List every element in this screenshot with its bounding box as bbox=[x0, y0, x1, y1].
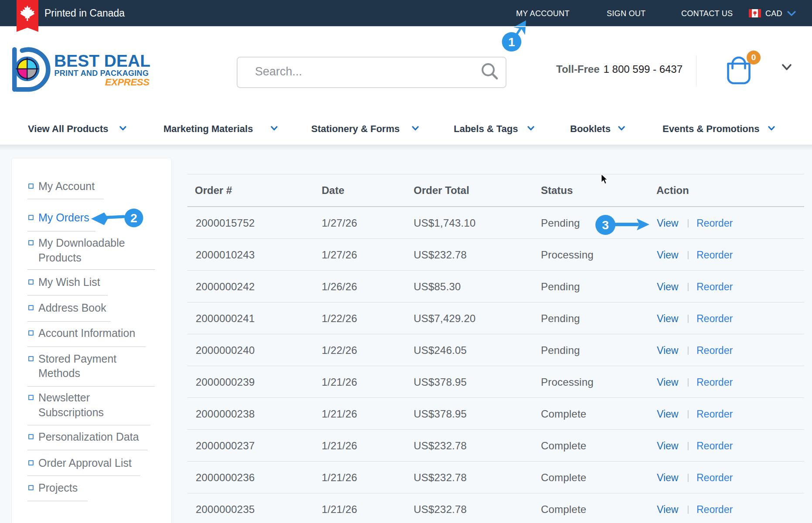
svg-text:PRINT AND PACKAGING: PRINT AND PACKAGING bbox=[54, 69, 149, 78]
svg-text:BEST DEAL: BEST DEAL bbox=[54, 51, 150, 70]
svg-text:EXPRESS: EXPRESS bbox=[105, 77, 149, 88]
svg-text:3: 3 bbox=[602, 218, 609, 232]
